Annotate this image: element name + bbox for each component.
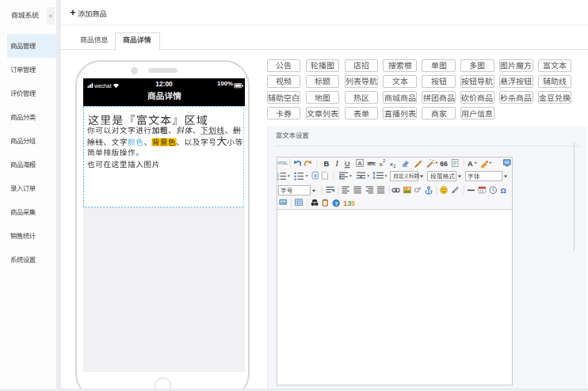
svg-text:?: ?	[334, 200, 338, 207]
svg-text:135: 135	[344, 199, 356, 207]
svg-text:Ω: Ω	[500, 186, 506, 195]
